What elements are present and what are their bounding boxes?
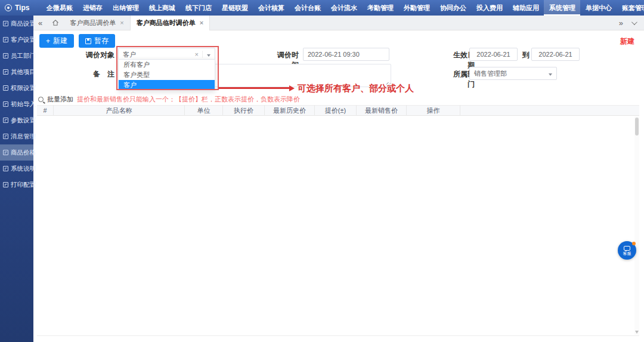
sidebar-item-staff-dept[interactable]: 员工部门 <box>0 48 33 64</box>
topnav-item[interactable]: 单据中心 <box>580 0 617 16</box>
app-brand: Tips <box>15 4 29 12</box>
scrollbar-thumb[interactable] <box>635 118 639 135</box>
effective-date-to-input[interactable] <box>531 48 580 61</box>
print-icon <box>3 182 8 187</box>
doc-icon <box>3 166 8 171</box>
caret-down-icon[interactable] <box>544 70 556 77</box>
col-actions: 操作 <box>407 105 460 116</box>
topnav-item[interactable]: 会计台账 <box>289 0 326 16</box>
department-select[interactable]: 销售管理部 <box>469 67 557 80</box>
top-menu: 企微易账 进销存 出纳管理 线上商城 线下门店 星链联盟 会计核算 会计台账 会… <box>41 0 644 16</box>
batch-add-link[interactable]: 批量添加 <box>47 95 73 104</box>
batch-add-row: 批量添加 提价和最新销售价只能输入一个；【提价】栏，正数表示提价，负数表示降价 <box>38 95 300 104</box>
customers-icon <box>3 37 8 42</box>
new-button[interactable]: + 新建 <box>39 34 74 48</box>
home-icon[interactable] <box>52 19 59 26</box>
clear-icon[interactable]: × <box>191 51 203 58</box>
to-label: 到 <box>522 50 530 60</box>
caret-down-icon[interactable] <box>203 51 215 58</box>
tabbar-right-tools: » <box>619 19 644 27</box>
topnav-item[interactable]: 企微易账 <box>41 0 78 16</box>
dropdown-option-customer-selected[interactable]: 客户 <box>119 80 215 90</box>
customer-service-button[interactable]: 客服 <box>618 241 636 260</box>
col-latest-history-price: 最新历史价 <box>265 105 315 116</box>
folder-icon <box>3 69 8 75</box>
vertical-scrollbar[interactable] <box>634 116 639 335</box>
dropdown-option-customer-type[interactable]: 客户类型 <box>119 70 215 80</box>
app-logo[interactable]: Tips <box>0 4 35 12</box>
annotation-arrow <box>219 87 289 89</box>
adjust-target-label: 调价对象 <box>69 50 114 60</box>
sidebar-item-customer-settings[interactable]: 客户设置 <box>0 32 33 48</box>
sidebar-item-goods-price-active[interactable]: 商品价格 <box>0 144 33 161</box>
remark-label: 备 注 <box>69 69 114 79</box>
sidebar-item-goods-settings[interactable]: 商品设置 <box>0 16 33 32</box>
service-label: 客服 <box>623 251 631 255</box>
tab-customer-price-adjust[interactable]: 客户商品调价单 × <box>64 16 129 30</box>
table-header-row: # 产品名称 单位 执行价 最新历史价 提价(±) 最新销售价 操作 <box>37 105 639 116</box>
col-markup: 提价(±) <box>315 105 357 116</box>
sidebar-item-initial-import[interactable]: 初始导入 <box>0 96 33 112</box>
col-latest-sale-price: 最新销售价 <box>357 105 407 116</box>
sidebar-item-permission[interactable]: 权限设置 <box>0 80 33 96</box>
effective-date-from-input[interactable] <box>469 48 518 61</box>
top-navigation-bar: Tips 企微易账 进销存 出纳管理 线上商城 线下门店 星链联盟 会计核算 会… <box>0 0 644 16</box>
dropdown-option-all-customers[interactable]: 所有客户 <box>119 60 215 70</box>
col-product-name: 产品名称 <box>54 105 185 116</box>
sidebar-item-print-config[interactable]: 打印配置 <box>0 177 33 193</box>
topnav-item[interactable]: 协同办公 <box>435 0 471 16</box>
sidebar-item-other-projects[interactable]: 其他项目 <box>0 64 33 80</box>
magnifier-icon <box>38 97 44 102</box>
tab-bar: « 客户商品调价单 × 客户商品临时调价单 × » <box>33 16 644 30</box>
adjust-time-input[interactable] <box>303 48 389 61</box>
price-icon <box>3 150 8 155</box>
table-body-empty <box>37 116 639 335</box>
col-exec-price: 执行价 <box>223 105 265 116</box>
topnav-item[interactable]: 进销存 <box>78 0 107 16</box>
expand-tabs-icon[interactable]: » <box>619 19 623 27</box>
topnav-item[interactable]: 星链联盟 <box>216 0 253 16</box>
batch-warning-text: 提价和最新销售价只能输入一个；【提价】栏，正数表示提价，负数表示降价 <box>77 95 300 104</box>
close-icon[interactable]: × <box>200 16 203 30</box>
message-icon <box>3 134 8 139</box>
corner-new-link[interactable]: 新建 <box>620 36 634 47</box>
notification-dot <box>632 242 636 245</box>
topnav-item[interactable]: 投入费用 <box>471 0 507 16</box>
shield-icon <box>3 85 8 91</box>
topnav-item[interactable]: 线下门店 <box>180 0 216 16</box>
topnav-item[interactable]: 会计核算 <box>253 0 289 16</box>
app-logo-icon <box>5 4 12 11</box>
col-unit: 单位 <box>185 105 223 116</box>
save-draft-button[interactable]: 暂存 <box>79 34 115 48</box>
topnav-item[interactable]: 出纳管理 <box>107 0 144 16</box>
topnav-item[interactable]: 外勤管理 <box>398 0 435 16</box>
chevron-down-icon[interactable] <box>631 19 637 25</box>
annotation-text: 可选择所有客户、部分或个人 <box>298 83 414 94</box>
tab-customer-temp-price-adjust[interactable]: 客户商品临时调价单 × <box>130 16 210 30</box>
col-index: # <box>37 105 54 116</box>
staff-icon <box>3 53 8 58</box>
save-icon <box>85 38 91 44</box>
topnav-item[interactable]: 线上商城 <box>144 0 180 16</box>
topnav-item-active[interactable]: 系统管理 <box>544 0 580 16</box>
params-icon <box>3 118 8 123</box>
plus-icon: + <box>46 37 50 45</box>
left-sidebar: 商品设置 客户设置 员工部门 其他项目 权限设置 初始导入 参数设置 消息管理 … <box>0 16 33 342</box>
topnav-item[interactable]: 辅助应用 <box>507 0 544 16</box>
sidebar-item-parameters[interactable]: 参数设置 <box>0 112 33 128</box>
col-filler <box>460 105 639 116</box>
main-content: + 新建 暂存 新建 调价对象 客户 × 调价时间 生效日期 到 备 注 所属部… <box>33 31 644 342</box>
topnav-item[interactable]: 账套管理 <box>617 0 644 16</box>
import-icon <box>3 101 8 107</box>
grid-icon <box>3 21 8 26</box>
sidebar-item-messages[interactable]: 消息管理 <box>0 128 33 144</box>
close-icon[interactable]: × <box>120 16 123 30</box>
product-table: # 产品名称 单位 执行价 最新历史价 提价(±) 最新销售价 操作 <box>37 105 639 336</box>
topnav-item[interactable]: 考勤管理 <box>362 0 398 16</box>
adjust-target-dropdown: 所有客户 客户类型 客户 <box>118 59 215 91</box>
scrollbar-down-arrow-icon[interactable] <box>635 331 639 334</box>
annotation-arrowhead-icon <box>289 85 295 91</box>
chat-icon <box>624 246 630 251</box>
topnav-item[interactable]: 会计流水 <box>326 0 362 16</box>
sidebar-item-system-notes[interactable]: 系统说明 <box>0 161 33 177</box>
